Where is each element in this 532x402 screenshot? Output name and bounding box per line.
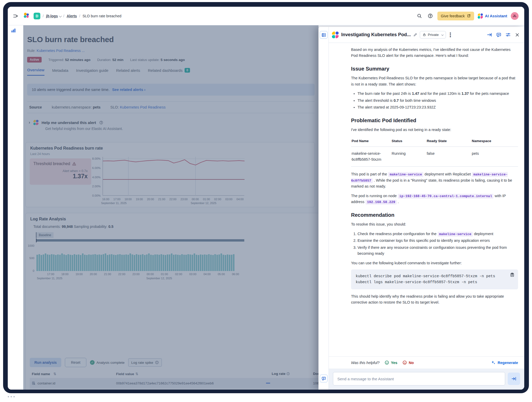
chevron-down-icon [59, 14, 62, 17]
log-rate-bar [140, 255, 141, 271]
project-badge[interactable]: D [34, 13, 40, 19]
baseline-label[interactable]: Baseline [36, 232, 54, 238]
pod-table-header-row: Pod NameStatusReady StateNamespace [351, 137, 518, 146]
log-rate-bar [76, 255, 77, 271]
log-rate-bar [165, 255, 166, 271]
log-rate-spike-chip[interactable]: Log rate spike [128, 358, 162, 367]
log-rate-bar [212, 255, 214, 271]
ai-assistant-nav-button[interactable]: AI Assistant [478, 13, 507, 19]
meta-value: 52 minutes ago [65, 58, 90, 62]
more-options-icon[interactable]: ▪▪▪ [449, 32, 452, 38]
tab-investigation-guide[interactable]: Investigation guide [76, 68, 108, 76]
alert-status-row: Active Triggered: 52 minutes agoDuration… [27, 57, 185, 63]
meta-label: Duration: [97, 58, 112, 62]
reset-button[interactable]: Reset [65, 358, 86, 367]
assistant-paragraph: This should help identify why the readin… [351, 293, 518, 306]
privacy-dropdown[interactable]: Private [420, 31, 446, 38]
ai-assistant-icon [478, 13, 483, 19]
log-rate-bar [192, 255, 193, 271]
burn-rate-card: Kubernetes Pod Readiness burn rate Last … [25, 142, 315, 207]
log-rate-bar [98, 254, 100, 271]
dock-flyout-icon[interactable] [320, 31, 328, 39]
settings-sliders-icon[interactable] [506, 32, 511, 37]
help-icon[interactable] [427, 12, 434, 20]
x-axis-tick-label: 01:00 [203, 198, 210, 201]
warning-icon [72, 162, 76, 166]
log-rate-bar [119, 254, 121, 271]
send-message-button[interactable] [508, 373, 520, 385]
new-conversation-icon[interactable] [487, 32, 492, 37]
log-rate-bar [115, 255, 117, 271]
text-segment: This pod is part of the [351, 172, 388, 176]
x-axis-tick-label: 00:00 [192, 198, 199, 201]
text-segment: for both time windows [399, 98, 436, 103]
breadcrumb-project[interactable]: jlt-logs [46, 14, 61, 18]
log-rate-bar [148, 253, 150, 271]
log-rate-bar [206, 255, 208, 271]
col-field-name[interactable]: Field name⇅ [30, 372, 116, 376]
threshold-breached-panel: Threshold breached Alert when > 0.7x 1.3… [30, 158, 91, 185]
help-understand-section[interactable]: › Help me understand this alert Get help… [29, 120, 123, 131]
tab-metadata[interactable]: Metadata [52, 68, 69, 76]
log-rate-bar [231, 255, 232, 271]
observability-nav-icon[interactable] [11, 28, 23, 34]
x-axis-tick-label: 23:00 [132, 273, 140, 276]
table-row[interactable]: container.id00b9741eea378d172a4ec71662c7… [30, 378, 332, 388]
give-feedback-button[interactable]: Give feedback [437, 12, 474, 20]
see-related-alerts-link[interactable]: See related alerts › [112, 88, 146, 92]
total-documents-line: Total documents: 99,948 Sampling probabi… [33, 225, 113, 229]
tab-related-alerts[interactable]: Related alerts [116, 68, 140, 76]
user-avatar[interactable]: JL [511, 12, 519, 20]
pod-table-cell: makeline-service-6c8ffb5857-5txzm [351, 146, 391, 167]
log-rate-bar [57, 254, 59, 271]
regenerate-button[interactable]: Regenerate [491, 360, 518, 365]
run-analysis-button[interactable]: Run analysis [30, 358, 61, 367]
search-icon[interactable] [416, 12, 423, 20]
rule-link[interactable]: Kubernetes Pod Readiness ... [37, 49, 85, 53]
table-row[interactable]: container.image.nameghcr.io/azure-sample… [30, 389, 332, 390]
assistant-paragraph: I've identified the following pod as not… [351, 127, 518, 133]
chevron-right-icon[interactable]: › [29, 120, 30, 125]
log-rate-bar [132, 254, 133, 271]
ai-assistant-icon [332, 32, 339, 38]
smiley-icon [385, 360, 389, 365]
tab-label: Investigation guide [76, 68, 108, 73]
log-rate-bar [138, 255, 139, 271]
text-segment: Check the readiness probe configuration … [358, 232, 438, 236]
log-rate-bar [187, 254, 189, 271]
text-segment: Based on my analysis of the Kubernetes m… [351, 48, 511, 58]
log-rate-bar [127, 255, 129, 271]
log-rate-bar [109, 254, 110, 271]
field-name: container.id [37, 381, 55, 385]
breadcrumb-alerts[interactable]: Alerts [67, 14, 77, 18]
log-rate-bar [117, 254, 119, 271]
log-rate-bar [123, 255, 125, 271]
log-rate-bar [130, 253, 131, 271]
field-icon [32, 381, 35, 385]
screen-context-icon[interactable] [320, 375, 328, 382]
bold-text: 1.37 [461, 91, 469, 96]
tab-related-dashboards[interactable]: Related dashboards0 [148, 68, 190, 76]
feedback-no-button[interactable]: No [402, 360, 414, 365]
copy-code-icon[interactable] [510, 273, 514, 278]
baseline-band [36, 239, 244, 242]
feedback-yes-button[interactable]: Yes [385, 360, 397, 365]
log-rate-bar [90, 255, 92, 271]
log-rate-bar [67, 254, 69, 271]
conversation-feedback-icon[interactable] [496, 32, 501, 37]
burn-rate-line [103, 160, 245, 165]
log-rate-bar [43, 254, 44, 271]
edit-title-icon[interactable] [413, 33, 417, 37]
log-rate-analysis-card: Log Rate Analysis Total documents: 99,94… [25, 213, 333, 390]
menu-toggle-icon[interactable] [12, 12, 19, 20]
close-icon[interactable] [515, 33, 520, 37]
conversation-title: Investigating Kubernetes Pod... [341, 32, 411, 37]
log-rate-bar [96, 255, 98, 271]
log-rate-bar [63, 254, 65, 271]
log-rate-bar [185, 255, 187, 271]
pod-table-cell: pets [471, 146, 518, 167]
col-field-value[interactable]: Field value⇅ [116, 372, 272, 376]
tab-overview[interactable]: Overview [27, 68, 44, 76]
slo-link[interactable]: Kubernetes Pod Readiness [120, 105, 166, 109]
assistant-message-input[interactable] [333, 372, 505, 385]
